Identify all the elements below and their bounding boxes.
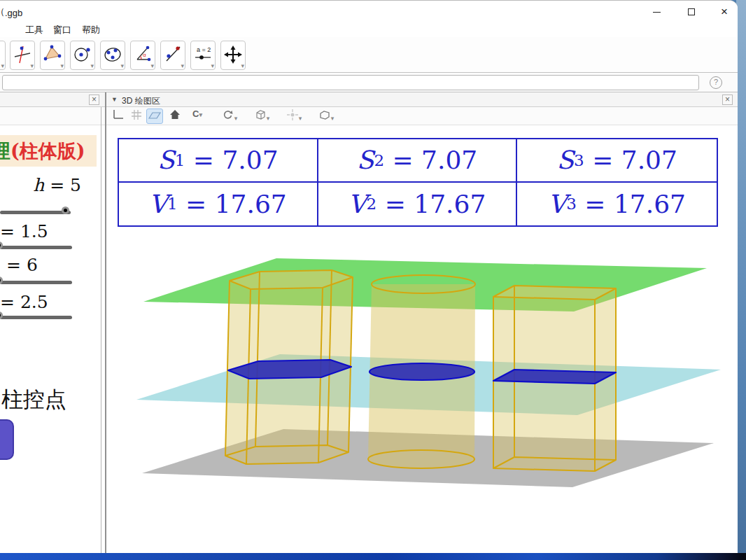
input-help-icon[interactable]: ?	[710, 76, 722, 89]
close-button[interactable]: ×	[713, 4, 736, 20]
show-plane-icon[interactable]	[146, 108, 163, 124]
left-panel-close-button[interactable]: ×	[89, 94, 99, 105]
table-cell-v3[interactable]: V3 = 17.67	[517, 183, 717, 226]
lighting-icon[interactable]: ▾	[281, 108, 307, 124]
projection-icon[interactable]: ▾	[314, 108, 339, 124]
rotate-view-icon[interactable]: ▾	[217, 108, 242, 124]
table-cell-s3[interactable]: S3 = 7.07	[517, 139, 717, 183]
view3d-stylebar: C▾ ▾ ▾ ▾ ▾	[106, 107, 738, 125]
move-view-icon	[224, 45, 242, 64]
tool-circle-button[interactable]: ▾	[70, 41, 95, 70]
view3d-header: ▼ 3D 绘图区 ×	[106, 92, 738, 107]
show-control-points-button[interactable]	[0, 419, 14, 460]
conic-tool-icon	[104, 45, 122, 64]
angle-tool-icon: α	[134, 45, 152, 64]
left-panel: × 理(柱体版) h = 5 = 1.5 = 6 = 2.5 柱控点	[0, 92, 105, 553]
dropdown-icon: ▾	[299, 115, 302, 122]
app-window: ）.ggb × 项 工具 窗口 帮助 ▾ ▾ ▾	[0, 0, 738, 553]
maximize-button[interactable]	[680, 4, 703, 20]
close-icon: ×	[725, 94, 730, 104]
close-icon: ×	[92, 94, 97, 104]
table-cell-s2[interactable]: S2 = 7.07	[318, 139, 518, 183]
dropdown-icon: ▾	[90, 63, 94, 69]
show-axes-icon[interactable]	[110, 108, 127, 124]
line-tool-icon	[13, 45, 31, 64]
home-view-icon[interactable]	[167, 108, 183, 124]
desktop-wallpaper-bottom	[0, 553, 746, 560]
slider-n-track[interactable]	[0, 281, 72, 284]
clipping-box-icon[interactable]: ▾	[249, 108, 274, 124]
badge-red-text: (柱体版)	[10, 140, 85, 162]
collapse-arrow-icon[interactable]: ▼	[111, 96, 118, 103]
table-cell-v2[interactable]: V2 = 17.67	[318, 183, 518, 226]
slider-a-track[interactable]	[0, 316, 72, 319]
tool-conic-button[interactable]: ▾	[100, 41, 125, 70]
desktop-wallpaper-right	[736, 0, 746, 560]
panel-inner-edge	[101, 107, 101, 553]
close-icon: ×	[721, 5, 728, 19]
tool-transform-button[interactable]: ▾	[160, 41, 185, 70]
3d-canvas[interactable]	[106, 230, 738, 524]
view3d-close-button[interactable]: ×	[722, 94, 733, 105]
dropdown-icon: ▾	[120, 63, 124, 69]
slider-label-a: = 2.5	[0, 292, 48, 312]
left-panel-stylebar	[0, 107, 105, 125]
polygon-tool-icon	[43, 45, 62, 64]
slider-r-track[interactable]	[0, 246, 72, 249]
tool-polygon-button[interactable]: ▾	[40, 41, 65, 70]
dropdown-icon: ▾	[1, 63, 4, 69]
svg-text:α: α	[143, 52, 146, 58]
toolbar: ▾ ▾ ▾ ▾ ▾	[0, 37, 738, 73]
left-panel-header: ×	[0, 92, 105, 107]
camera-view-icon[interactable]: C▾	[185, 108, 210, 124]
window-title: ）.ggb	[0, 6, 22, 18]
minimize-button[interactable]	[645, 4, 668, 20]
svg-text:a = 2: a = 2	[197, 46, 211, 53]
dropdown-icon: ▾	[181, 63, 184, 69]
control-points-caption: 柱控点	[1, 385, 66, 414]
table-cell-v1[interactable]: V1 = 17.67	[119, 183, 318, 226]
circle-tool-icon	[73, 45, 92, 64]
tool-line-button[interactable]: ▾	[10, 41, 35, 70]
menubar: 项 工具 窗口 帮助	[0, 22, 738, 37]
tool-move-view-button[interactable]: ▾	[220, 41, 246, 70]
table-cell-s1[interactable]: S1 = 7.07	[119, 139, 318, 183]
slider-tool-icon: a = 2	[194, 45, 212, 64]
menu-item-help[interactable]: 帮助	[82, 24, 100, 36]
badge-green-text: 理	[0, 135, 10, 167]
menu-item-tools[interactable]: 工具	[25, 24, 43, 36]
tool-point-button[interactable]: ▾	[0, 41, 6, 70]
cross-section-square[interactable]	[493, 370, 616, 384]
slider-label-n: = 6	[6, 255, 38, 275]
dropdown-icon: ▾	[267, 115, 270, 122]
main-area: × 理(柱体版) h = 5 = 1.5 = 6 = 2.5 柱控点	[0, 92, 738, 553]
view-3d: ▼ 3D 绘图区 × C▾	[106, 92, 738, 553]
value-table: S1 = 7.07 S2 = 7.07 S3 = 7.07 V1 = 17.67…	[118, 138, 718, 227]
title-badge: 理(柱体版)	[0, 135, 97, 167]
maximize-icon	[688, 8, 695, 15]
titlebar: ）.ggb ×	[0, 1, 738, 22]
dropdown-icon: ▾	[60, 63, 64, 69]
minimize-icon	[653, 12, 661, 13]
tool-slider-button[interactable]: a = 2 ▾	[190, 41, 216, 70]
slider-h-track[interactable]	[0, 211, 71, 214]
cross-section-circle[interactable]	[370, 363, 474, 380]
tool-angle-button[interactable]: α ▾	[130, 41, 155, 70]
command-input[interactable]	[2, 75, 699, 90]
show-grid-icon[interactable]	[128, 108, 145, 124]
dropdown-icon: ▾	[211, 63, 214, 69]
slider-label-r: = 1.5	[0, 221, 48, 241]
reflect-tool-icon	[164, 45, 182, 64]
view3d-title: 3D 绘图区	[122, 95, 160, 107]
dropdown-icon: ▾	[199, 111, 202, 118]
slider-h-knob[interactable]	[62, 206, 69, 214]
dropdown-icon: ▾	[234, 115, 238, 122]
slider-label-h: h = 5	[0, 175, 81, 195]
dropdown-icon: ▾	[30, 63, 34, 69]
dropdown-icon: ▾	[241, 63, 244, 69]
input-bar: ?	[0, 73, 738, 92]
dropdown-icon: ▾	[331, 115, 335, 122]
menu-item-window[interactable]: 窗口	[53, 24, 71, 36]
dropdown-icon: ▾	[150, 63, 154, 69]
